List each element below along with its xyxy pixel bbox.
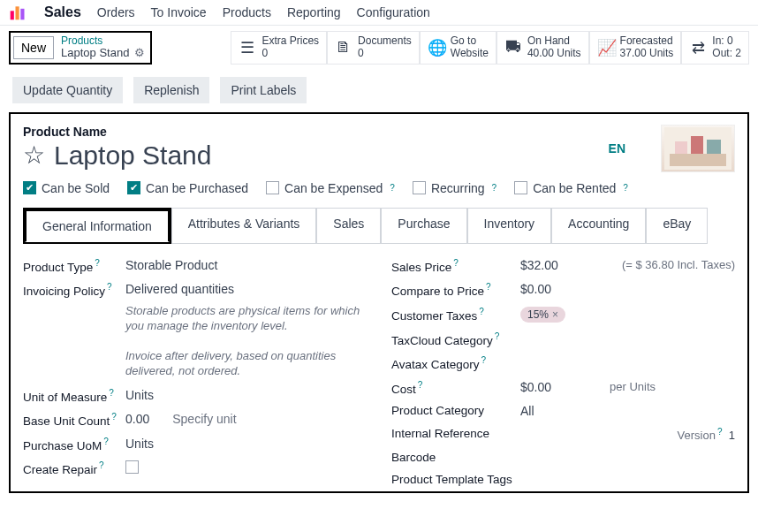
nav-app[interactable]: Sales: [44, 4, 81, 20]
help-icon[interactable]: ?: [481, 355, 487, 365]
stat-value: 40.00 Units: [527, 48, 581, 60]
stat-extra-prices[interactable]: ☰ Extra Prices 0: [231, 31, 327, 65]
can-be-sold-checkbox[interactable]: ✔Can be Sold: [23, 181, 110, 195]
product-template-tags-field[interactable]: Product Template Tags: [391, 473, 735, 486]
customer-taxes-field[interactable]: Customer Taxes? 15%×: [391, 307, 735, 323]
help-icon[interactable]: ?: [103, 437, 109, 446]
can-be-expensed-checkbox[interactable]: Can be Expensed?: [266, 181, 395, 195]
can-be-purchased-checkbox[interactable]: ✔Can be Purchased: [127, 181, 248, 195]
nav-to-invoice[interactable]: To Invoice: [151, 5, 207, 19]
nav-orders[interactable]: Orders: [97, 5, 135, 19]
product-type-hint: Storable products are physical items for…: [125, 303, 367, 334]
version-value: 1: [729, 429, 735, 442]
breadcrumb: Products Laptop Stand ⚙: [61, 35, 145, 59]
help-icon[interactable]: ?: [99, 460, 104, 470]
help-icon[interactable]: ?: [107, 282, 112, 292]
breadcrumb-row: New Products Laptop Stand ⚙ ☰ Extra Pric…: [0, 26, 758, 70]
option-checkboxes: ✔Can be Sold ✔Can be Purchased Can be Ex…: [23, 181, 735, 195]
stat-label: Extra Prices: [262, 35, 319, 48]
stat-strip: ☰ Extra Prices 0 🗎 Documents 0 🌐 Go to W…: [231, 31, 749, 65]
help-icon[interactable]: ?: [495, 331, 500, 341]
tab-inventory[interactable]: Inventory: [467, 208, 552, 244]
help-icon[interactable]: ?: [623, 183, 628, 193]
can-be-rented-checkbox[interactable]: Can be Rented?: [514, 181, 628, 195]
remove-tag-icon[interactable]: ×: [552, 308, 558, 321]
stat-value: 37.00 Units: [620, 48, 674, 60]
document-icon: 🗎: [335, 38, 352, 57]
compare-to-price-field[interactable]: Compare to Price? $0.00: [391, 282, 735, 298]
svg-rect-5: [691, 136, 703, 154]
svg-rect-2: [20, 9, 24, 20]
help-icon[interactable]: ?: [109, 388, 114, 398]
avatax-category-field[interactable]: Avatax Category?: [391, 355, 735, 371]
per-units-text: per Units: [610, 380, 656, 393]
help-icon[interactable]: ?: [111, 412, 117, 422]
specify-unit-link[interactable]: Specify unit: [172, 412, 236, 426]
help-icon[interactable]: ?: [95, 258, 100, 268]
stat-label: Forecasted: [620, 35, 674, 48]
help-icon[interactable]: ?: [390, 183, 395, 193]
product-name-input[interactable]: Laptop Stand: [54, 141, 212, 171]
stat-value: Out: 2: [712, 48, 741, 60]
recurring-checkbox[interactable]: Recurring?: [413, 181, 496, 195]
help-icon[interactable]: ?: [418, 380, 423, 390]
invoicing-policy-field[interactable]: Invoicing Policy? Delivered quantities: [23, 282, 367, 298]
help-icon[interactable]: ?: [717, 427, 723, 437]
help-icon[interactable]: ?: [486, 282, 491, 292]
svg-rect-6: [707, 140, 721, 154]
base-unit-count-field[interactable]: Base Unit Count? 0.00 Specify unit: [23, 412, 367, 428]
tab-purchase[interactable]: Purchase: [381, 208, 466, 244]
help-icon[interactable]: ?: [492, 183, 497, 193]
help-icon[interactable]: ?: [479, 307, 484, 316]
sales-price-field[interactable]: Sales Price? $32.00 (= $ 36.80 Incl. Tax…: [391, 258, 735, 274]
nav-configuration[interactable]: Configuration: [357, 5, 430, 19]
product-category-field[interactable]: Product Category All: [391, 404, 735, 418]
tab-bar: General Information Attributes & Variant…: [23, 208, 735, 244]
unit-of-measure-field[interactable]: Unit of Measure? Units: [23, 388, 367, 404]
replenish-button[interactable]: Replenish: [133, 77, 209, 103]
stat-go-to-website[interactable]: 🌐 Go to Website: [420, 31, 496, 65]
print-labels-button[interactable]: Print Labels: [220, 77, 307, 103]
taxcloud-category-field[interactable]: TaxCloud Category?: [391, 331, 735, 347]
create-repair-field[interactable]: Create Repair?: [23, 460, 367, 476]
stat-label: Documents: [358, 35, 412, 48]
cost-field[interactable]: Cost? $0.00 per Units: [391, 380, 735, 396]
product-form: Product Name ☆ Laptop Stand EN ✔Can be S…: [9, 112, 749, 494]
nav-reporting[interactable]: Reporting: [287, 5, 341, 19]
purchase-uom-field[interactable]: Purchase UoM? Units: [23, 437, 367, 452]
breadcrumb-current: Laptop Stand: [61, 47, 129, 59]
svg-rect-0: [11, 11, 14, 19]
tax-tag[interactable]: 15%×: [520, 307, 565, 323]
tab-sales[interactable]: Sales: [316, 208, 381, 244]
tab-ebay[interactable]: eBay: [646, 208, 708, 244]
stat-on-hand[interactable]: ⛟ On Hand 40.00 Units: [496, 31, 589, 65]
nav-products[interactable]: Products: [223, 5, 271, 19]
favorite-star-icon[interactable]: ☆: [23, 141, 45, 170]
new-button[interactable]: New: [13, 36, 54, 59]
invoicing-policy-hint: Invoice after delivery, based on quantit…: [125, 348, 367, 379]
language-badge[interactable]: EN: [609, 141, 625, 156]
stat-in-out[interactable]: ⇄ In: 0 Out: 2: [681, 31, 749, 65]
stat-documents[interactable]: 🗎 Documents 0: [327, 31, 420, 65]
internal-reference-field[interactable]: Internal Reference Version? 1: [391, 427, 735, 442]
stat-value: 0: [262, 48, 319, 60]
stat-forecasted[interactable]: 📈 Forecasted 37.00 Units: [589, 31, 682, 65]
list-icon: ☰: [239, 38, 256, 57]
product-image[interactable]: [661, 125, 735, 172]
create-repair-checkbox[interactable]: [125, 460, 139, 474]
stat-label: On Hand: [527, 35, 581, 48]
gear-icon[interactable]: ⚙: [134, 47, 145, 59]
transfer-icon: ⇄: [689, 38, 707, 57]
update-quantity-button[interactable]: Update Quantity: [12, 77, 123, 103]
barcode-field[interactable]: Barcode: [391, 451, 735, 464]
svg-rect-7: [675, 141, 687, 154]
globe-icon: 🌐: [428, 38, 445, 57]
incl-taxes-text: (= $ 36.80 Incl. Taxes): [622, 258, 735, 271]
app-logo-icon: [9, 4, 27, 21]
tab-general-information[interactable]: General Information: [25, 209, 170, 242]
help-icon[interactable]: ?: [453, 258, 459, 268]
product-type-field[interactable]: Product Type? Storable Product: [23, 258, 367, 274]
top-nav: Sales Orders To Invoice Products Reporti…: [0, 0, 758, 26]
tab-attributes-variants[interactable]: Attributes & Variants: [171, 208, 317, 244]
tab-accounting[interactable]: Accounting: [551, 208, 646, 244]
